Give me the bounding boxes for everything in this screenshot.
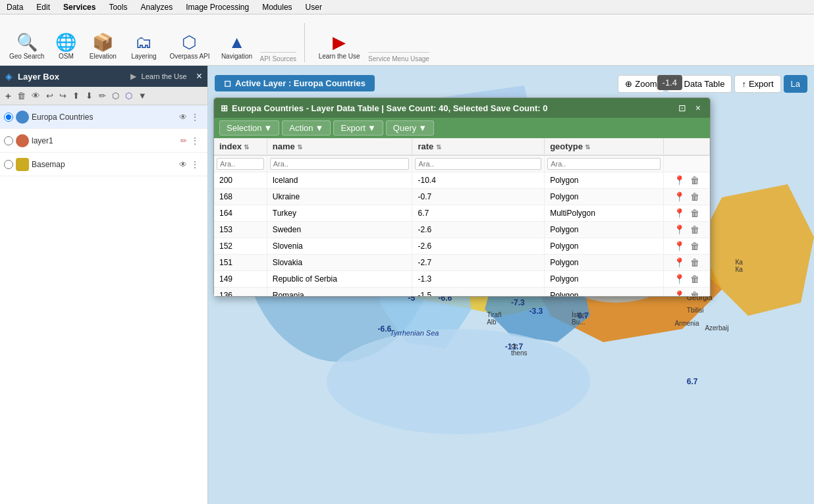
eye-toggle-btn[interactable]: 👁 bbox=[29, 89, 43, 102]
col-header-rate[interactable]: rate ⇅ bbox=[412, 138, 545, 155]
menu-modules[interactable]: Modules bbox=[256, 1, 298, 13]
layer-dots-basemap[interactable] bbox=[202, 164, 204, 165]
filter-index[interactable] bbox=[217, 158, 264, 170]
table-row[interactable]: 200 Iceland -10.4 Polygon 📍 🗑 bbox=[214, 172, 710, 189]
table-row[interactable]: 153 Sweden -2.6 Polygon 📍 🗑 bbox=[214, 222, 710, 238]
toolbar-learn-the-use[interactable]: ▶ Learn the Use bbox=[313, 30, 366, 63]
filter-geotype[interactable] bbox=[547, 158, 661, 170]
menu-data[interactable]: Data bbox=[0, 1, 30, 13]
row-locate-btn[interactable]: 📍 bbox=[674, 191, 685, 202]
dt-export-btn[interactable]: Export ▼ bbox=[333, 120, 383, 136]
export-btn[interactable]: ↑ Export bbox=[734, 75, 780, 93]
toolbar-elevation[interactable]: 📦 Elevation bbox=[84, 30, 122, 63]
filter-name[interactable] bbox=[270, 158, 410, 170]
layer-edit-layer1[interactable]: ✏ bbox=[180, 136, 188, 146]
row-locate-btn[interactable]: 📍 bbox=[674, 290, 685, 296]
map-label-tirana: TirañAlb bbox=[487, 311, 501, 326]
filter-btn[interactable]: ▼ bbox=[136, 89, 149, 102]
move-up-btn[interactable]: ⬆ bbox=[70, 89, 82, 102]
menu-analyzes[interactable]: Analyzes bbox=[134, 1, 179, 13]
toolbar-osm[interactable]: 🌐 OSM bbox=[51, 30, 81, 63]
row-delete-btn[interactable]: 🗑 bbox=[690, 191, 699, 202]
add-layer-btn[interactable]: + bbox=[3, 89, 14, 103]
map-area[interactable]: ◻ Active Layer : Europa Countries ⊕ Zoom… bbox=[208, 66, 814, 504]
geo-search-icon: 🔍 bbox=[16, 32, 38, 53]
cell-actions: 📍 🗑 bbox=[663, 255, 709, 271]
table-row[interactable]: 164 Turkey 6.7 MultiPolygon 📍 🗑 bbox=[214, 205, 710, 222]
filter-rate[interactable] bbox=[415, 158, 541, 170]
sidebar-tools: + 🗑 👁 ↩ ↪ ⬆ ⬇ ✏ ⬡ ⬡ ▼ bbox=[0, 87, 207, 105]
dt-query-btn[interactable]: Query ▼ bbox=[386, 120, 434, 136]
undo-btn[interactable]: ↩ bbox=[43, 89, 56, 102]
layer-eye-basemap[interactable]: 👁 bbox=[178, 159, 188, 170]
row-delete-btn[interactable]: 🗑 bbox=[690, 274, 699, 284]
table-row[interactable]: 152 Slovenia -2.6 Polygon 📍 🗑 bbox=[214, 238, 710, 255]
osm-label: OSM bbox=[59, 53, 74, 60]
move-down-btn[interactable]: ⬇ bbox=[83, 89, 95, 102]
menu-image-processing[interactable]: Image Processing bbox=[179, 1, 256, 13]
col-header-name[interactable]: name ⇅ bbox=[267, 138, 412, 155]
toolbar: 🔍 Geo Search 🌐 OSM 📦 Elevation 🗂 Layerin… bbox=[0, 14, 814, 66]
redo-btn[interactable]: ↪ bbox=[57, 89, 69, 102]
row-delete-btn[interactable]: 🗑 bbox=[690, 175, 699, 186]
layer-menu-basemap[interactable]: ⋮ bbox=[190, 159, 200, 170]
cell-actions: 📍 🗑 bbox=[663, 238, 709, 255]
main-layout: ◈ Layer Box ▶ Learn the Use × + 🗑 👁 ↩ ↪ … bbox=[0, 66, 814, 504]
menu-user[interactable]: User bbox=[299, 1, 329, 13]
table-row[interactable]: 168 Ukraine -0.7 Polygon 📍 🗑 bbox=[214, 189, 710, 205]
cell-rate: -1.5 bbox=[412, 288, 545, 297]
cell-name: Republic of Serbia bbox=[267, 271, 412, 288]
cell-name: Sweden bbox=[267, 222, 412, 238]
dt-close-btn[interactable]: × bbox=[693, 102, 703, 114]
layer-dots-europa[interactable] bbox=[202, 116, 204, 118]
row-delete-btn[interactable]: 🗑 bbox=[690, 208, 699, 218]
layer-menu-europa[interactable]: ⋮ bbox=[190, 112, 200, 122]
layer-radio-layer1[interactable] bbox=[4, 136, 13, 145]
menu-edit[interactable]: Edit bbox=[30, 1, 57, 13]
sidebar-learn-label[interactable]: Learn the Use bbox=[142, 72, 187, 80]
navigation-label: Navigation bbox=[221, 53, 252, 60]
row-locate-btn[interactable]: 📍 bbox=[674, 274, 685, 284]
sidebar-close-btn[interactable]: × bbox=[196, 70, 202, 82]
active-layer-bar: ◻ Active Layer : Europa Countries bbox=[215, 75, 375, 91]
dt-minimize-btn[interactable]: ⊡ bbox=[676, 102, 689, 114]
row-locate-btn[interactable]: 📍 bbox=[674, 257, 685, 268]
row-locate-btn[interactable]: 📍 bbox=[674, 241, 685, 251]
dt-action-btn[interactable]: Action ▼ bbox=[282, 120, 331, 136]
row-locate-btn[interactable]: 📍 bbox=[674, 208, 685, 218]
layer-dots-layer1[interactable] bbox=[202, 140, 204, 141]
row-locate-btn[interactable]: 📍 bbox=[674, 224, 685, 235]
row-delete-btn[interactable]: 🗑 bbox=[690, 257, 699, 268]
table-row[interactable]: 149 Republic of Serbia -1.3 Polygon 📍 🗑 bbox=[214, 271, 710, 288]
layer-radio-basemap[interactable] bbox=[4, 160, 13, 169]
table-row[interactable]: 136 Romania -1.5 Polygon 📍 🗑 bbox=[214, 288, 710, 297]
toolbar-navigation[interactable]: ▲ Navigation bbox=[217, 30, 258, 63]
toolbar-layering[interactable]: 🗂 Layering bbox=[124, 30, 163, 63]
delete-layer-btn[interactable]: 🗑 bbox=[14, 89, 28, 102]
layer-radio-europa[interactable] bbox=[4, 113, 13, 122]
cell-actions: 📍 🗑 bbox=[663, 222, 709, 238]
toolbar-overpass-api[interactable]: ⬡ Overpass API bbox=[165, 30, 213, 63]
row-delete-btn[interactable]: 🗑 bbox=[690, 290, 699, 296]
cell-rate: -1.3 bbox=[412, 271, 545, 288]
dt-export-arrow: ▼ bbox=[367, 123, 376, 133]
edit-style-btn[interactable]: ✏ bbox=[96, 89, 109, 102]
hex-btn2[interactable]: ⬡ bbox=[122, 89, 135, 102]
col-header-index[interactable]: index ⇅ bbox=[214, 138, 267, 155]
layer-box-icon: ◈ bbox=[5, 71, 13, 82]
la-btn[interactable]: La bbox=[784, 75, 807, 93]
cell-index: 153 bbox=[214, 222, 267, 238]
layer-eye-europa[interactable]: 👁 bbox=[178, 112, 188, 122]
menu-services[interactable]: Services bbox=[57, 1, 102, 13]
layer-menu-layer1[interactable]: ⋮ bbox=[190, 136, 200, 146]
hex-btn1[interactable]: ⬡ bbox=[109, 89, 122, 102]
menu-tools[interactable]: Tools bbox=[102, 1, 134, 13]
row-delete-btn[interactable]: 🗑 bbox=[690, 224, 699, 235]
col-header-geotype[interactable]: geotype ⇅ bbox=[545, 138, 664, 155]
sidebar-header: ◈ Layer Box ▶ Learn the Use × bbox=[0, 66, 207, 87]
toolbar-geo-search[interactable]: 🔍 Geo Search bbox=[5, 30, 48, 63]
row-locate-btn[interactable]: 📍 bbox=[674, 175, 685, 186]
row-delete-btn[interactable]: 🗑 bbox=[690, 241, 699, 251]
dt-selection-btn[interactable]: Selection ▼ bbox=[219, 120, 279, 136]
table-row[interactable]: 151 Slovakia -2.7 Polygon 📍 🗑 bbox=[214, 255, 710, 271]
